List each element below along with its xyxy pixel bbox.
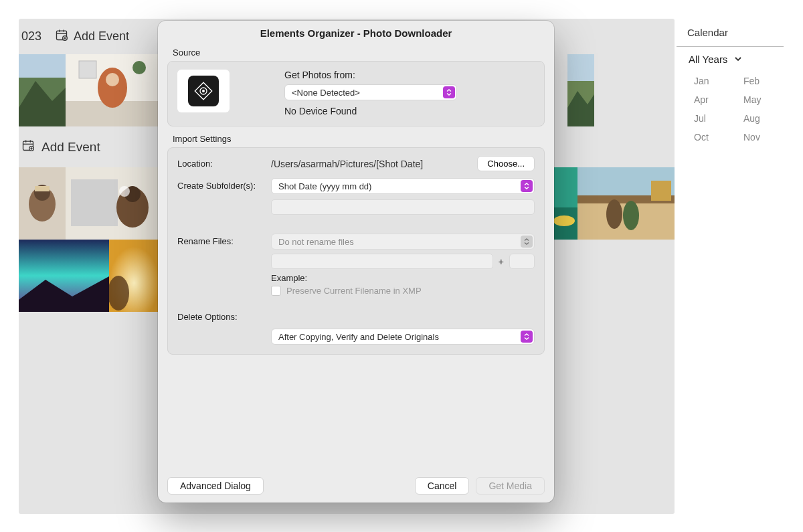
photo-downloader-dialog: Elements Organizer - Photo Downloader So… (158, 21, 554, 503)
location-value: /Users/asarmah/Pictures/[Shot Date] (271, 159, 470, 169)
year-fragment: 023 (21, 29, 41, 43)
rename-value: Do not rename files (278, 237, 354, 247)
add-event-label: Add Event (74, 29, 129, 43)
calendar-month[interactable]: Aug (743, 112, 766, 125)
calendar-title: Calendar (677, 19, 784, 47)
calendar-month[interactable]: Jul (694, 112, 717, 125)
calendar-month[interactable]: May (743, 93, 766, 106)
calendar-month-grid: Jan Feb Apr May Jul Aug Oct Nov (677, 72, 784, 147)
get-photos-label: Get Photos from: (284, 70, 535, 80)
calendar-month[interactable]: Jan (694, 74, 717, 88)
photo-thumbnail[interactable] (19, 240, 109, 312)
source-section-label: Source (158, 46, 554, 60)
no-device-text: No Device Found (284, 106, 535, 116)
photo-thumbnail[interactable] (577, 167, 675, 240)
svg-rect-14 (79, 61, 96, 78)
svg-point-45 (606, 199, 622, 229)
photo-thumbnail[interactable] (19, 54, 66, 126)
photo-thumbnail[interactable] (66, 167, 159, 240)
calendar-month[interactable]: Nov (743, 130, 766, 144)
get-media-button[interactable]: Get Media (476, 477, 545, 495)
dialog-title: Elements Organizer - Photo Downloader (158, 21, 554, 46)
svg-point-50 (201, 89, 205, 93)
subfolder-select[interactable]: Shot Date (yyyy mm dd) (271, 178, 535, 194)
svg-point-34 (119, 186, 130, 197)
svg-point-41 (553, 215, 575, 226)
delete-options-label: Delete Options: (177, 302, 268, 322)
preserve-xmp-checkbox[interactable] (271, 286, 281, 296)
example-label: Example: (271, 273, 535, 283)
svg-point-46 (623, 201, 639, 230)
location-label: Location: (177, 156, 268, 171)
calendar-sidebar: Calendar All Years Jan Feb Apr May Jul A… (677, 19, 784, 514)
rename-number-input[interactable] (509, 254, 535, 269)
photo-thumbnail[interactable] (19, 167, 66, 240)
updown-arrow-icon (521, 331, 533, 343)
plus-symbol: + (497, 256, 505, 267)
svg-rect-31 (71, 179, 118, 226)
device-icon-box (177, 70, 230, 112)
calendar-add-icon (21, 139, 35, 155)
updown-arrow-icon (521, 236, 533, 248)
svg-rect-17 (567, 54, 594, 81)
delete-options-value: After Copying, Verify and Delete Origina… (278, 332, 439, 342)
photo-thumbnail[interactable] (567, 54, 594, 126)
delete-options-select[interactable]: After Copying, Verify and Delete Origina… (271, 329, 535, 345)
photo-thumbnail[interactable] (109, 240, 159, 312)
add-event-label: Add Event (41, 140, 100, 155)
photo-thumbnail[interactable] (66, 54, 159, 126)
updown-arrow-icon (521, 180, 533, 192)
calendar-month[interactable]: Oct (694, 130, 717, 144)
calendar-add-icon (55, 28, 68, 45)
import-settings-section: Location: /Users/asarmah/Pictures/[Shot … (167, 147, 545, 355)
cancel-button[interactable]: Cancel (415, 477, 470, 495)
rename-label: Rename Files: (177, 221, 268, 296)
svg-rect-9 (19, 54, 66, 78)
svg-point-15 (132, 61, 146, 74)
chevron-down-icon (734, 54, 742, 65)
preserve-xmp-label: Preserve Current Filename in XMP (286, 286, 422, 296)
svg-rect-47 (651, 181, 671, 201)
choose-button[interactable]: Choose... (477, 156, 535, 171)
subfolder-name-input[interactable] (271, 199, 535, 215)
subfolder-value: Shot Date (yyyy mm dd) (278, 181, 371, 191)
calendar-years-label: All Years (689, 54, 727, 65)
subfolder-label: Create Subfolder(s): (177, 178, 268, 215)
rename-prefix-input[interactable] (271, 254, 493, 269)
calendar-years-dropdown[interactable]: All Years (677, 47, 784, 72)
calendar-month[interactable]: Apr (694, 93, 717, 106)
photo-thumbnail[interactable] (551, 167, 577, 240)
source-section: Get Photos from: <None Detected> No Devi… (167, 61, 545, 126)
advanced-dialog-button[interactable]: Advanced Dialog (167, 477, 264, 495)
get-photos-value: <None Detected> (292, 88, 360, 98)
rename-select[interactable]: Do not rename files (271, 234, 535, 250)
add-event-button-top[interactable]: Add Event (55, 28, 129, 45)
device-icon (188, 76, 219, 106)
svg-rect-29 (35, 186, 50, 191)
updown-arrow-icon (443, 86, 455, 98)
get-photos-select[interactable]: <None Detected> (284, 84, 457, 100)
svg-point-13 (106, 73, 119, 86)
import-section-label: Import Settings (158, 132, 554, 146)
calendar-month[interactable]: Feb (743, 74, 766, 88)
